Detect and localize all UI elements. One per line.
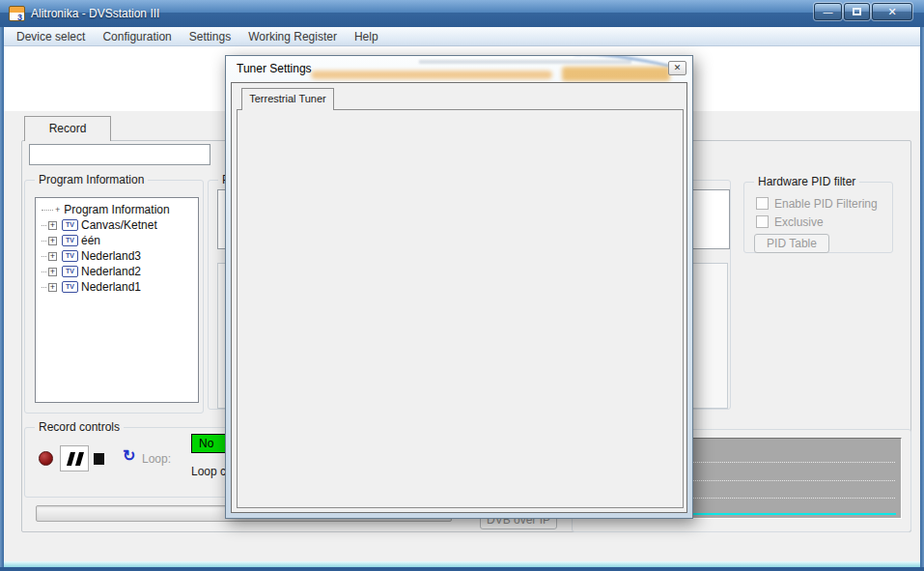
group-title: Record controls <box>35 420 124 434</box>
tree-connector <box>42 256 46 257</box>
tv-icon: TV <box>62 281 78 293</box>
tree-item[interactable]: + TV Nederland3 <box>36 248 198 264</box>
tree-item-label: Nederland2 <box>81 265 141 278</box>
tree-root-glyph: + <box>55 205 60 214</box>
title-bar[interactable]: 3 Alitronika - DVSstation III — ✕ <box>0 0 924 27</box>
dialog-close-button[interactable]: ✕ <box>668 61 686 75</box>
close-button[interactable]: ✕ <box>872 3 912 20</box>
menu-item[interactable]: Settings <box>181 28 239 45</box>
expand-icon[interactable]: + <box>48 268 57 276</box>
tree-connector <box>42 241 46 242</box>
tv-icon: TV <box>62 219 78 231</box>
tree-item-label: Nederland3 <box>81 249 141 263</box>
window-title: Alitronika - DVSstation III <box>31 7 159 20</box>
enable-pid-checkbox[interactable] <box>756 197 769 210</box>
tree-item-label: Canvas/Ketnet <box>81 218 157 232</box>
tree-connector <box>42 210 53 211</box>
menu-item[interactable]: Configuration <box>94 28 180 45</box>
menu-bar: Device selectConfigurationSettingsWorkin… <box>4 27 920 46</box>
tree-connector <box>42 225 46 226</box>
program-tree[interactable]: + Program Information + TV Canvas/Ketnet… <box>35 197 199 403</box>
window-border-right <box>920 27 924 571</box>
stop-icon[interactable] <box>94 453 104 465</box>
tv-icon: TV <box>62 250 78 262</box>
exclusive-label: Exclusive <box>774 215 824 229</box>
exclusive-checkbox[interactable] <box>756 215 769 228</box>
application-window: 3 Alitronika - DVSstation III — ✕ Device… <box>0 0 924 571</box>
expand-icon[interactable]: + <box>48 237 57 245</box>
tree-children: + TV Canvas/Ketnet + TV één + TV Nederla… <box>36 217 198 295</box>
loop-icon[interactable]: ↻ <box>123 446 135 465</box>
tree-root-label: Program Information <box>64 203 169 216</box>
tree-item-label: Nederland1 <box>81 280 141 294</box>
dialog-title: Tuner Settings <box>237 62 312 75</box>
tree-item-label: één <box>81 234 100 247</box>
menu-item[interactable]: Working Register <box>239 28 346 45</box>
tree-root[interactable]: + Program Information <box>36 202 198 217</box>
pause-button[interactable] <box>60 445 89 471</box>
hardware-pid-filter-group: Hardware PID filter Enable PID Filtering… <box>743 182 893 253</box>
pid-table-button[interactable]: PID Table <box>754 234 829 253</box>
watermark-logo <box>311 71 552 79</box>
maximize-icon <box>853 8 861 15</box>
loop-label: Loop: <box>142 452 171 466</box>
tree-connector <box>42 271 46 272</box>
expand-icon[interactable]: + <box>48 252 57 261</box>
record-icon[interactable] <box>39 451 53 466</box>
tab-terrestrial-tuner[interactable]: Terrestrial Tuner <box>241 88 334 110</box>
tv-icon: TV <box>62 235 78 246</box>
pause-icon <box>67 452 75 466</box>
expand-icon[interactable]: + <box>48 221 57 230</box>
group-title: Program Information <box>35 173 148 186</box>
tree-item[interactable]: + TV Canvas/Ketnet <box>36 217 198 233</box>
maximize-button[interactable] <box>844 3 870 20</box>
group-title: Hardware PID filter <box>754 175 859 188</box>
expand-icon[interactable]: + <box>48 283 57 292</box>
dialog-title-bar[interactable]: Tuner Settings ✕ <box>226 56 692 82</box>
menu-item[interactable]: Help <box>346 28 387 45</box>
tree-item[interactable]: + TV Nederland1 <box>36 279 198 295</box>
app-icon: 3 <box>9 6 25 21</box>
window-border-left <box>0 27 4 571</box>
tree-connector <box>42 287 46 288</box>
dialog-content: Terrestrial Tuner Settings Frequency [Mh… <box>231 82 687 513</box>
record-filename-input[interactable] <box>29 144 210 165</box>
window-border-bottom <box>0 567 924 571</box>
tuner-settings-dialog: Tuner Settings ✕ Terrestrial Tuner Setti… <box>225 55 693 519</box>
enable-pid-label: Enable PID Filtering <box>774 197 878 211</box>
minimize-button[interactable]: — <box>814 3 842 20</box>
tree-item[interactable]: + TV één <box>36 233 198 248</box>
tab-record[interactable]: Record <box>24 116 111 141</box>
window-controls: — ✕ <box>814 3 912 20</box>
tree-item[interactable]: + TV Nederland2 <box>36 264 198 279</box>
tab-page <box>237 109 684 508</box>
menu-item[interactable]: Device select <box>8 28 94 45</box>
tv-icon: TV <box>62 266 78 277</box>
pause-icon <box>75 452 84 466</box>
